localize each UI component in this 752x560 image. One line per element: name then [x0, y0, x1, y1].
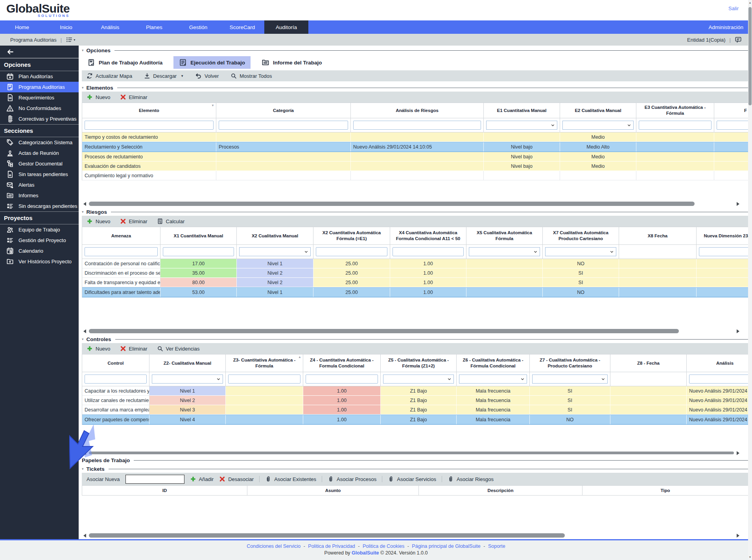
filter-input-categoria[interactable] [219, 121, 348, 130]
tab-plan-de-trabajo-auditoria[interactable]: Plan de Trabajo Auditoría [82, 56, 168, 69]
nav-item-administracion[interactable]: Administración [700, 20, 752, 34]
column-header-x7-cualitativa-automatica-producto-cartesiano[interactable]: X7 Cualitativa Automática Producto Carte… [543, 227, 619, 245]
asociar-existentes-button[interactable]: Asociar Existentes [259, 476, 316, 482]
filter-input-nueva-dimension-23-01-2024[interactable] [699, 247, 748, 256]
sidebar-item-no-conformidades[interactable]: No Conformidades [0, 103, 79, 114]
column-header-analisis-de-riesgos[interactable]: Análisis de Riesgos [351, 103, 484, 118]
nav-item-scorecard[interactable]: ScoreCard [220, 20, 264, 34]
column-header-id[interactable]: ID [82, 485, 247, 496]
column-header-x1-cuantitativa-manual[interactable]: X1 Cuantitativa Manual [160, 227, 237, 245]
filter-input-f[interactable] [717, 121, 748, 130]
sidebar-item-informes[interactable]: Informes [0, 190, 79, 201]
collapse-triangle-icon[interactable]: ▾ [82, 48, 84, 52]
mostrar-todos-button[interactable]: Mostrar Todos [230, 73, 272, 79]
table-row[interactable]: Dificultades para atraer talento adecu53… [82, 287, 748, 297]
horizontal-scrollbar[interactable] [83, 451, 739, 455]
column-header-analisis[interactable]: Análisis [687, 354, 748, 372]
column-header-descripcion[interactable]: Descripción [419, 485, 582, 496]
filter-input-x1-cuantitativa-manual[interactable] [163, 247, 234, 256]
collapse-triangle-icon[interactable]: ▾ [82, 467, 84, 471]
filter-input-elemento[interactable] [85, 121, 214, 130]
scrollbar-thumb[interactable] [89, 452, 734, 454]
column-header-z8-fecha[interactable]: Z8 - Fecha [610, 354, 687, 372]
table-row[interactable]: Evaluación de candidatosNivel bajoMedio [82, 162, 748, 171]
horizontal-scrollbar[interactable] [83, 533, 739, 538]
filter-select-e2-cualitativa-manual[interactable] [562, 121, 634, 130]
column-header-e2-cualitativa-manual[interactable]: E2 Cualitativa Manual [560, 103, 636, 118]
asociar-nueva-select[interactable] [125, 475, 184, 484]
scroll-right-icon[interactable] [737, 202, 739, 206]
scroll-down-icon[interactable]: ▼ [748, 554, 752, 560]
collapse-triangle-icon[interactable]: ▾ [82, 86, 84, 90]
asociar-servicios-button[interactable]: Asociar Servicios [382, 476, 436, 482]
column-header-z2-cualitativa-manual[interactable]: Z2- Cualitativa Manual [149, 354, 226, 372]
column-header-z7-cualitativa-automatica-producto-cartesiano[interactable]: Z7 - Cualitativa Automática - Producto C… [530, 354, 610, 372]
filter-select-x2-cualitativa-manual[interactable] [239, 247, 311, 256]
tab-informe-del-trabajo[interactable]: Informe del Trabajo [256, 56, 328, 69]
column-header-x2-cualitativa-manual[interactable]: X2 Cualitativa Manual [237, 227, 313, 245]
entity-help-icon[interactable] [735, 36, 742, 43]
footer-link-politica-de-privacidad[interactable]: Politica de Privacidad [308, 543, 355, 549]
table-row[interactable]: Contratación de personal no calificad17.… [82, 259, 748, 268]
anadir-button[interactable]: Añadir [190, 476, 214, 482]
sidebar-item-actas-de-reunion[interactable]: Actas de Reunión [0, 148, 79, 158]
nav-item-home[interactable]: Home [0, 20, 44, 34]
nav-item-analisis[interactable]: Análisis [88, 20, 132, 34]
sidebar-item-ver-historicos-proyecto[interactable]: Ver Históricos Proyecto [0, 256, 79, 267]
sidebar-item-sin-tareas-pendientes[interactable]: Sin tareas pendientes [0, 169, 79, 180]
eliminar-button[interactable]: Eliminar [120, 94, 147, 100]
footer-link-condiciones-del-servicio[interactable]: Condiciones del Servicio [247, 543, 300, 549]
horizontal-scrollbar[interactable] [83, 329, 739, 334]
eliminar-button[interactable]: Eliminar [120, 218, 147, 224]
scrollbar-thumb[interactable] [748, 7, 752, 105]
scroll-left-icon[interactable] [83, 202, 86, 206]
filter-select-e1-cuantitativa-manual[interactable] [486, 121, 557, 130]
eliminar-button[interactable]: Eliminar [120, 345, 147, 352]
column-header-e1-cuantitativa-manual[interactable]: E1 Cuantitativa Manual [484, 103, 560, 118]
view-options-icon[interactable] [66, 36, 73, 43]
scroll-left-icon[interactable] [83, 534, 86, 538]
filter-select-x7-cualitativa-automatica-producto-cartesiano[interactable] [545, 247, 616, 256]
filter-input-control[interactable] [85, 375, 147, 384]
column-header-x2-cuantitativa-automatica-formula-e1[interactable]: X2 Cuantitativa Automática Fórmula (=E1) [313, 227, 390, 245]
collapse-triangle-icon[interactable]: ▾ [82, 210, 84, 214]
filter-input-x2-cuantitativa-automatica-formula-e1[interactable] [316, 247, 387, 256]
actualizar-mapa-button[interactable]: Actualizar Mapa [87, 73, 132, 79]
scroll-left-icon[interactable] [83, 451, 86, 455]
column-header-amenaza[interactable]: Amenaza [82, 227, 160, 245]
scrollbar-thumb[interactable] [89, 202, 695, 206]
column-header-e3-cuantitativa-automatica-formula[interactable]: E3 Cuantitativa Automática - Fórmula [636, 103, 714, 118]
footer-link-politica-de-cookies[interactable]: Politica de Cookies [363, 543, 404, 549]
filter-select-z5-cualitativa-automatica-formula-z1-2[interactable] [383, 375, 454, 384]
column-header-control[interactable]: Control [82, 354, 149, 372]
vertical-scrollbar[interactable]: ▲ ▼ [748, 0, 752, 560]
column-header-x5-cualitativa-automatica-formula[interactable]: X5 Cualitativa Automática Fórmula [466, 227, 543, 245]
scrollbar-thumb[interactable] [89, 533, 565, 538]
column-header-nueva-dimension-23-01-2024[interactable]: Nueva Dimensión 23/01/2024 [697, 227, 748, 245]
sidebar-item-calendario[interactable]: Calendario [0, 246, 79, 256]
filter-input-x4-cuantitativa-automatica-formula-condicional-a11-50[interactable] [393, 247, 464, 256]
column-header-f[interactable]: F [714, 103, 748, 118]
filter-input-amenaza[interactable] [85, 247, 158, 256]
nuevo-button[interactable]: Nuevo [87, 218, 111, 224]
column-header-elemento[interactable]: Elemento▼ [82, 103, 216, 118]
filter-select-z7-cualitativa-automatica-producto-cartesiano[interactable] [532, 375, 608, 384]
sidebar-item-categorizacion-sistema[interactable]: Categorización Sistema [0, 137, 79, 148]
column-header-asunto[interactable]: Asunto [247, 485, 419, 496]
volver-button[interactable]: Volver [195, 73, 219, 79]
scroll-right-icon[interactable] [737, 534, 739, 538]
filter-select-x5-cualitativa-automatica-formula[interactable] [469, 247, 540, 256]
sidebar-item-correctivas-y-preventivas[interactable]: Correctivas y Preventivas [0, 114, 79, 124]
sidebar-item-sin-descargas-pendientes[interactable]: Sin descargas pendientes [0, 201, 79, 211]
descargar-button[interactable]: Descargar▼ [144, 73, 184, 79]
table-row[interactable]: Desarrollar una marca empleadoNivel 31.0… [82, 405, 748, 415]
column-header-z3-cuantitativa-automatica-formula[interactable]: Z3- Cuantitativa Automática - Fórmula▲ [226, 354, 303, 372]
ver-evidencias-button[interactable]: Ver Evidencias [157, 345, 200, 352]
nav-item-inicio[interactable]: Inicio [44, 20, 88, 34]
collapse-sidebar-button[interactable] [0, 46, 79, 58]
footer-link-pagina-principal-de-globalsuite[interactable]: Página principal de GlobalSuite [412, 543, 480, 549]
filter-select-z2-cualitativa-manual[interactable] [152, 375, 223, 384]
column-header-x4-cuantitativa-automatica-formula-condicional-a11-50[interactable]: X4 Cuantitativa Automática Formula Condi… [390, 227, 466, 245]
asociar-procesos-button[interactable]: Asociar Procesos [322, 476, 376, 482]
sidebar-item-plan-auditorias[interactable]: Plan Auditorías [0, 71, 79, 82]
